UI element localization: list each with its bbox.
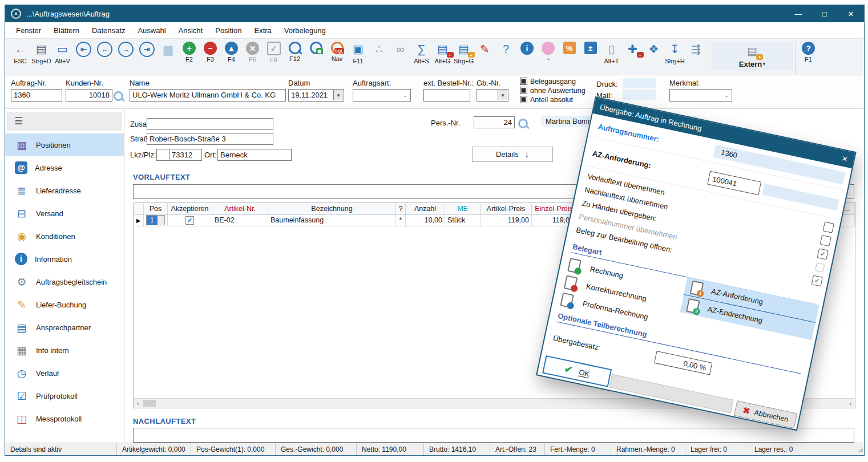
next-record-icon[interactable]: → (115, 42, 136, 57)
sidebar-item-adresse[interactable]: @Adresse (5, 156, 124, 179)
merkmal-dropdown-icon[interactable]: ⌄ (722, 90, 731, 100)
menu-item-extra[interactable]: Extra (248, 24, 277, 37)
restore-record-icon[interactable]: ▲F4 (221, 42, 242, 63)
help-icon[interactable]: ?F1 (798, 42, 819, 63)
add-record-icon[interactable]: +F2 (179, 42, 200, 63)
windows-stack-icon[interactable]: ▣F11 (348, 42, 369, 64)
sidebar-item-pr-fprotokoll[interactable]: ☑Prüfprotokoll (5, 384, 124, 407)
merkmal-select[interactable]: ⌄ (669, 89, 732, 102)
sidebar-item-messprotokoll[interactable]: ◫Messprotokoll (5, 407, 124, 430)
menu-item-ansicht[interactable]: Ansicht (172, 24, 209, 37)
ohne-auswertung-checkbox[interactable]: ohne Auswertung (520, 87, 586, 95)
print-icon[interactable]: ▤Strg+D (31, 42, 52, 64)
column-header-me[interactable]: ME (445, 203, 481, 214)
resize-grip-icon[interactable]: ◢ (858, 446, 863, 452)
gb-nr-dropdown-icon[interactable]: ▾ (498, 90, 507, 100)
dialog-close-icon[interactable]: ✕ (841, 154, 849, 164)
pos-edit-cell[interactable]: 1 (146, 215, 165, 225)
sidebar-item-auftragsbegleitschein[interactable]: ⚙Auftragsbegleitschein (5, 270, 124, 293)
sidebar-item-information[interactable]: iInformation (5, 248, 124, 270)
sidebar-item-konditionen[interactable]: ◉Konditionen (5, 225, 124, 248)
sidebar-item-lieferadresse[interactable]: ≣Lieferadresse (5, 179, 124, 202)
column-header-akzeptieren[interactable]: Akzeptieren (168, 203, 212, 214)
close-button[interactable]: ✕ (838, 5, 864, 22)
cell-8[interactable]: 119,00 (481, 214, 532, 226)
maximize-button[interactable]: □ (812, 5, 838, 22)
dialog-option-checkbox[interactable]: ✓ (812, 275, 823, 286)
details-button[interactable]: Details↓ (472, 147, 553, 162)
auftragsart-dropdown-icon[interactable]: ⌄ (401, 90, 410, 100)
scroll-thumb[interactable] (143, 400, 156, 407)
piggy-bank-icon[interactable]: ⌄ (538, 42, 559, 61)
column-header-5[interactable]: ? (396, 203, 406, 214)
export-structure-icon[interactable]: ⇶ (685, 42, 706, 56)
ort-input[interactable]: Berneck (217, 149, 292, 161)
datum-dropdown-icon[interactable]: ▾ (333, 90, 343, 100)
sum-document-icon[interactable]: ∑Alt+S (411, 42, 432, 64)
search-sql-icon[interactable]: SQLNav (326, 42, 348, 62)
column-header-0[interactable] (134, 203, 144, 214)
column-header-pos[interactable]: Pos (144, 203, 168, 214)
scroll-right-icon[interactable]: › (846, 399, 855, 408)
last-record-icon[interactable]: ⇥ (136, 42, 158, 57)
basket-edit-icon[interactable]: ✎ (474, 42, 495, 56)
cell-5[interactable]: * (396, 214, 406, 226)
bestell-nr-input[interactable] (423, 89, 470, 102)
dialog-option-checkbox[interactable]: ✓ (817, 248, 829, 260)
column-header-bezeichnung[interactable]: Bezeichnung (268, 203, 396, 214)
search-table-icon[interactable]: ▦ (305, 42, 326, 54)
gb-nr-select[interactable]: ▾ (477, 89, 508, 102)
menu-item-datensatz[interactable]: Datensatz (86, 24, 132, 37)
monitor-icon[interactable]: ▭Alt+V (52, 42, 73, 64)
info-icon[interactable]: i (516, 42, 538, 55)
menu-item-position[interactable]: Position (209, 24, 248, 37)
cell-1[interactable]: 1 (144, 214, 168, 226)
menu-item-vorbelegung[interactable]: Vorbelegung (278, 24, 332, 37)
window-split-icon[interactable]: ▆ (158, 42, 179, 56)
dialog-option-checkbox[interactable] (820, 234, 831, 246)
dialog-option-checkbox[interactable] (823, 221, 834, 233)
customer-search-icon[interactable] (114, 91, 123, 101)
auftragsart-select[interactable]: ⌄ (353, 89, 411, 102)
sidebar-item-versand[interactable]: ⊟Versand (5, 202, 124, 225)
calc-database-icon[interactable]: ± (580, 42, 601, 54)
prev-record-icon[interactable]: ← (94, 42, 115, 57)
belegausgang-checkbox[interactable]: Belegausgang (520, 78, 576, 86)
name-input[interactable]: ULO-Werk Moritz Ullmann GmbH & Co. KG (130, 89, 286, 102)
anteil-absolut-checkbox[interactable]: Anteil absolut (520, 96, 573, 104)
search-icon[interactable]: F12 (284, 42, 305, 62)
scroll-left-icon[interactable]: ‹ (134, 399, 143, 408)
menu-item-auswahl[interactable]: Auswahl (131, 24, 172, 37)
device-icon[interactable]: ▯Alt+T (601, 42, 622, 64)
sidebar-item-positionen[interactable]: ▦Positionen (5, 133, 124, 156)
dropdown-caret-icon[interactable]: ⌄ (546, 55, 551, 61)
column-header-einzel-preis[interactable]: Einzel-Preis (532, 203, 576, 214)
invoice-document-icon[interactable]: ▤▪Alt+G (432, 42, 453, 64)
datum-input[interactable]: 19.11.2021▾ (288, 89, 344, 102)
title-bar[interactable]: ...\Auftragswesen\Auftrag — □ ✕ (5, 5, 864, 22)
sidebar-item-info-intern[interactable]: ▦Info intern (5, 339, 124, 362)
first-record-icon[interactable]: ⇤ (73, 42, 94, 57)
column-header-artikel-nr[interactable]: Artikel-Nr. (212, 203, 268, 214)
plz-input[interactable]: 73312 (169, 149, 202, 161)
nachlauftext-input[interactable] (133, 428, 854, 443)
column-header-artikel-preis[interactable]: Artikel-Preis (481, 203, 532, 214)
cell-6[interactable]: 10,00 (406, 214, 445, 226)
org-chart-icon[interactable]: ∴ (369, 42, 390, 56)
menu-item-fenster[interactable]: Fenster (10, 24, 47, 37)
cell-2[interactable]: ✓ (168, 214, 212, 226)
document-coins-icon[interactable]: ▤●Strg+G (453, 42, 474, 64)
sidebar-menu-toggle[interactable]: ☰ (7, 112, 122, 131)
pers-nr-input[interactable]: 24 (474, 116, 515, 128)
extern-button[interactable]: ▤●Extern▾ (712, 42, 793, 70)
cell-3[interactable]: BE-02 (212, 214, 268, 226)
link-icon[interactable]: ∞ (390, 42, 411, 56)
minimize-button[interactable]: — (785, 5, 812, 22)
basket-question-icon[interactable]: ? (495, 42, 516, 56)
clipboard-paste-icon[interactable]: ↧Strg+H (664, 42, 685, 64)
sidebar-item-verlauf[interactable]: ◷Verlauf (5, 362, 124, 384)
delete-record-icon[interactable]: −F3 (200, 42, 221, 63)
cell-0[interactable]: ▶ (134, 214, 144, 226)
sidebar-item-ansprechpartner[interactable]: ▤Ansprechpartner (5, 316, 124, 339)
exit-icon[interactable]: ←ESC (10, 42, 31, 64)
